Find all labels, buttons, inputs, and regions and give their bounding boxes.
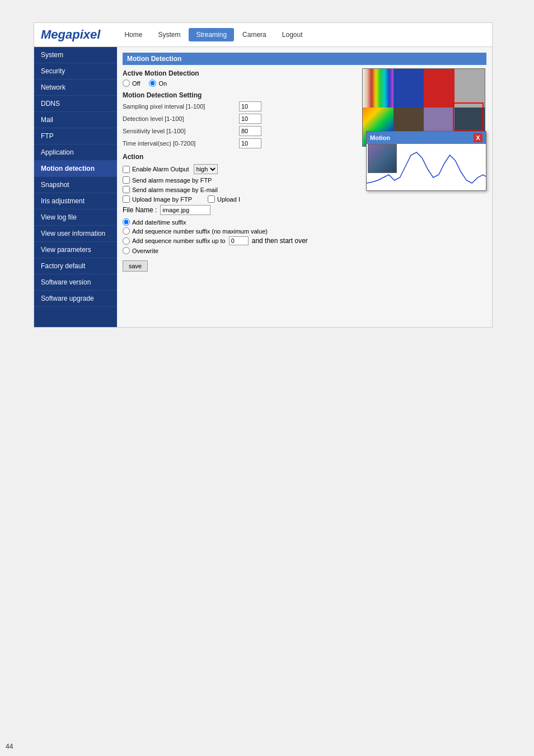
action-ftp-alarm-row: Send alarm message by FTP: [123, 176, 352, 184]
sidebar-item-softupgrade[interactable]: Software upgrade: [34, 291, 117, 307]
page-number: 44: [6, 743, 13, 750]
sidebar-item-security[interactable]: Security: [34, 63, 117, 80]
file-name-row: File Name :: [123, 205, 352, 215]
sidebar-item-mail[interactable]: Mail: [34, 112, 117, 128]
suffix-row-3: Add sequence number suffix up to and the…: [123, 236, 352, 245]
motion-detection-rect: [453, 102, 484, 130]
sidebar-item-viewparams[interactable]: View parameters: [34, 242, 117, 258]
setting-label-1: Detection level [1-100]: [123, 115, 235, 122]
radio-off-text: Off: [132, 80, 140, 87]
suffix-seqno-limit-input[interactable]: [229, 236, 249, 245]
alarm-email-checkbox[interactable]: [123, 186, 130, 193]
section-title: Motion Detection: [123, 53, 486, 65]
sidebar-item-userinfo[interactable]: View user information: [34, 226, 117, 242]
motion-popup-title: Motion: [370, 134, 390, 141]
enable-alarm-label[interactable]: Enable Alarm Output: [123, 166, 189, 173]
sidebar-item-viewlog[interactable]: View log file: [34, 209, 117, 226]
nav-menu: Home System Streaming Camera Logout: [117, 28, 310, 41]
radio-off[interactable]: [123, 80, 130, 87]
alarm-email-text: Send alarm message by E-mail: [132, 186, 218, 193]
save-button[interactable]: save: [123, 260, 148, 272]
sidebar-item-motion[interactable]: Motion detection: [34, 161, 117, 177]
radio-on-text: On: [158, 80, 167, 87]
action-title: Action: [123, 153, 352, 161]
action-alarm-row: Enable Alarm Output high: [123, 164, 352, 174]
radio-on-label[interactable]: On: [149, 80, 167, 87]
setting-title: Motion Detection Setting: [123, 91, 352, 99]
motion-popup-header: Motion X: [367, 132, 486, 144]
suffix-row-4: Overwrite: [123, 247, 352, 254]
setting-input-2[interactable]: [239, 126, 261, 136]
upload-ftp-checkbox[interactable]: [123, 195, 130, 203]
sidebar-item-ddns[interactable]: DDNS: [34, 96, 117, 112]
alarm-level-select[interactable]: high: [194, 164, 218, 174]
setting-row-0: Sampling pixel interval [1-100]: [123, 101, 352, 111]
upload-image-text: Upload I: [217, 196, 240, 203]
nav-system[interactable]: System: [151, 28, 188, 41]
radio-off-label[interactable]: Off: [123, 80, 140, 87]
action-email-alarm-row: Send alarm message by E-mail: [123, 186, 352, 193]
nav-logout[interactable]: Logout: [275, 28, 310, 41]
suffix-overwrite-radio[interactable]: [123, 247, 130, 254]
upload-ftp-label[interactable]: Upload Image by FTP: [123, 195, 192, 203]
setting-input-1[interactable]: [239, 114, 261, 124]
nav-home[interactable]: Home: [117, 28, 149, 41]
header: Megapixel Home System Streaming Camera L…: [34, 23, 492, 47]
sidebar-item-network[interactable]: Network: [34, 80, 117, 96]
page-wrapper: Megapixel Home System Streaming Camera L…: [0, 0, 534, 756]
suffix-row-2: Add sequence number suffix (no maximum v…: [123, 227, 352, 235]
active-motion-radio-group: Off On: [123, 80, 352, 87]
sidebar-item-application[interactable]: Application: [34, 144, 117, 161]
content-area: Motion Detection: [117, 47, 492, 327]
nav-streaming[interactable]: Streaming: [189, 28, 234, 41]
file-name-input[interactable]: [160, 205, 210, 215]
sidebar-item-snapshot[interactable]: Snapshot: [34, 177, 117, 193]
suffix-overwrite-label[interactable]: Overwrite: [123, 247, 158, 254]
alarm-ftp-checkbox[interactable]: [123, 176, 130, 184]
nav-camera[interactable]: Camera: [235, 28, 274, 41]
suffix-datetime-text: Add date/time suffix: [132, 219, 186, 226]
suffix-datetime-label[interactable]: Add date/time suffix: [123, 218, 186, 226]
suffix-seqno-nolimit-radio[interactable]: [123, 227, 130, 235]
sidebar: System Security Network DDNS Mail FTP Ap…: [34, 47, 117, 327]
suffix-seqno-limit-radio[interactable]: [123, 237, 130, 245]
suffix-row-1: Add date/time suffix: [123, 218, 352, 226]
setting-label-0: Sampling pixel interval [1-100]: [123, 103, 235, 110]
suffix-seqno-prefix-text: Add sequence number suffix up to: [132, 237, 226, 244]
setting-row-2: Sensitivity level [1-100]: [123, 126, 352, 136]
setting-input-3[interactable]: [239, 138, 261, 148]
suffix-seqno-nolimit-text: Add sequence number suffix (no maximum v…: [132, 228, 268, 235]
content-wrapper: Motion Detection: [123, 53, 486, 272]
action-upload-ftp-row: Upload Image by FTP Upload I: [123, 195, 352, 203]
suffix-datetime-radio[interactable]: [123, 218, 130, 226]
alarm-ftp-text: Send alarm message by FTP: [132, 177, 212, 184]
body-layout: System Security Network DDNS Mail FTP Ap…: [34, 47, 492, 327]
sidebar-item-softver[interactable]: Software version: [34, 274, 117, 291]
upload-image-checkbox[interactable]: [208, 195, 215, 203]
setting-row-1: Detection level [1-100]: [123, 114, 352, 124]
upload-image-label[interactable]: Upload I: [208, 195, 240, 203]
setting-label-3: Time interval(sec) [0-7200]: [123, 140, 235, 147]
suffix-seqno-nolimit-label[interactable]: Add sequence number suffix (no maximum v…: [123, 227, 268, 235]
small-camera-image: [368, 144, 397, 173]
suffix-seqno-suffix-text: and then start over: [252, 237, 308, 245]
suffix-seqno-limit-label[interactable]: Add sequence number suffix up to: [123, 237, 226, 245]
sidebar-item-iris[interactable]: Iris adjustment: [34, 193, 117, 209]
setting-label-2: Sensitivity level [1-100]: [123, 128, 235, 134]
alarm-ftp-label[interactable]: Send alarm message by FTP: [123, 176, 212, 184]
logo: Megapixel: [41, 27, 100, 42]
sidebar-item-ftp[interactable]: FTP: [34, 128, 117, 144]
setting-row-3: Time interval(sec) [0-7200]: [123, 138, 352, 148]
enable-alarm-checkbox[interactable]: [123, 166, 130, 173]
upload-ftp-text: Upload Image by FTP: [132, 196, 192, 203]
sidebar-item-factory[interactable]: Factory default: [34, 258, 117, 274]
motion-popup-close-button[interactable]: X: [474, 133, 483, 142]
motion-popup: Motion X: [366, 131, 486, 191]
radio-on[interactable]: [149, 80, 156, 87]
suffix-overwrite-text: Overwrite: [132, 248, 158, 254]
enable-alarm-text: Enable Alarm Output: [132, 166, 189, 172]
alarm-email-label[interactable]: Send alarm message by E-mail: [123, 186, 218, 193]
setting-input-0[interactable]: [239, 101, 261, 111]
file-name-label: File Name :: [123, 206, 157, 214]
sidebar-item-system[interactable]: System: [34, 47, 117, 63]
